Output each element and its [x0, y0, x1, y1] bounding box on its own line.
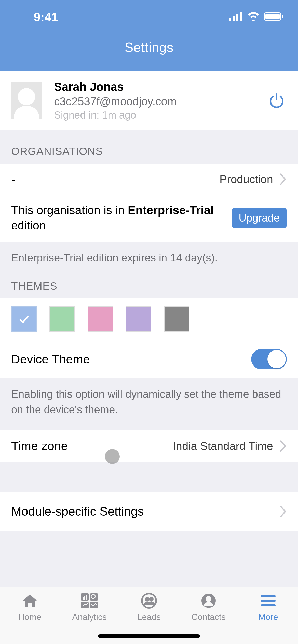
- avatar-placeholder-icon: [11, 82, 42, 119]
- theme-swatch-pink[interactable]: [88, 306, 113, 332]
- status-bar: 9:41: [0, 0, 298, 25]
- leads-icon: [140, 592, 158, 610]
- svg-rect-2: [236, 14, 238, 21]
- device-theme-description: Enabling this option will dynamically se…: [0, 378, 298, 430]
- svg-point-17: [145, 597, 150, 602]
- timezone-value: India Standard Time: [173, 440, 273, 452]
- organisation-env: Production: [220, 173, 273, 186]
- tab-leads-label: Leads: [137, 612, 161, 622]
- svg-point-20: [206, 596, 211, 602]
- cellular-icon: [229, 12, 243, 22]
- contacts-icon: [199, 592, 218, 610]
- svg-point-16: [142, 594, 156, 608]
- tab-home[interactable]: Home: [7, 592, 53, 644]
- battery-icon: [264, 12, 284, 22]
- edition-expiry-note: Enterprise-Trial edition expires in 14 d…: [0, 242, 298, 268]
- home-icon: [21, 592, 39, 610]
- analytics-icon: [80, 592, 99, 610]
- svg-rect-0: [229, 18, 231, 21]
- touch-indicator-icon: [105, 449, 120, 464]
- organisation-name: -: [11, 172, 15, 186]
- section-header-organisations: ORGANISATIONS: [0, 130, 298, 164]
- checkmark-icon: [18, 313, 30, 325]
- theme-swatch-gray[interactable]: [164, 306, 189, 332]
- status-time: 9:41: [14, 10, 58, 24]
- app-header: 9:41 Settings: [0, 0, 298, 71]
- module-settings-label: Module-specific Settings: [11, 504, 144, 518]
- profile-name: Sarah Jonas: [54, 80, 266, 94]
- timezone-row[interactable]: Time zone India Standard Time: [0, 430, 298, 462]
- theme-color-row: [0, 298, 298, 340]
- home-indicator: [98, 634, 200, 638]
- profile-text: Sarah Jonas c3c2537f@moodjoy.com Signed …: [54, 80, 266, 121]
- tab-more-label: More: [258, 612, 278, 622]
- svg-rect-12: [83, 597, 84, 600]
- edition-text: This organisation is in Enterprise-Trial…: [11, 203, 220, 233]
- profile-email: c3c2537f@moodjoy.com: [54, 95, 266, 108]
- tab-contacts-label: Contacts: [192, 612, 226, 622]
- svg-rect-10: [81, 602, 89, 608]
- device-theme-toggle[interactable]: [251, 349, 287, 369]
- tab-more[interactable]: More: [245, 592, 291, 644]
- device-theme-label: Device Theme: [11, 352, 90, 366]
- chevron-right-icon: [280, 440, 287, 452]
- svg-rect-6: [282, 15, 283, 18]
- timezone-label: Time zone: [11, 439, 68, 453]
- svg-point-18: [149, 597, 154, 602]
- tab-analytics-label: Analytics: [72, 612, 107, 622]
- tab-home-label: Home: [18, 612, 42, 622]
- svg-rect-1: [233, 16, 235, 21]
- svg-point-7: [18, 88, 35, 105]
- theme-swatch-purple[interactable]: [126, 306, 151, 332]
- svg-rect-14: [86, 595, 87, 600]
- tab-bar: Home Analytics Leads Contacts More: [0, 587, 298, 644]
- chevron-right-icon: [280, 505, 287, 518]
- power-icon: [268, 92, 285, 109]
- page-title: Settings: [0, 40, 298, 55]
- chevron-right-icon: [280, 173, 287, 185]
- module-settings-row[interactable]: Module-specific Settings: [0, 492, 298, 531]
- theme-swatch-blue[interactable]: [11, 306, 37, 332]
- edition-prefix: This organisation is in: [11, 203, 128, 217]
- upgrade-button[interactable]: Upgrade: [232, 208, 287, 228]
- device-theme-row: Device Theme: [0, 340, 298, 378]
- edition-name: Enterprise-Trial: [128, 203, 214, 217]
- profile-row[interactable]: Sarah Jonas c3c2537f@moodjoy.com Signed …: [0, 71, 298, 130]
- svg-rect-5: [265, 14, 280, 19]
- edition-row: This organisation is in Enterprise-Trial…: [0, 195, 298, 242]
- edition-suffix: edition: [11, 219, 46, 232]
- section-header-themes: THEMES: [0, 268, 298, 298]
- svg-rect-3: [240, 12, 242, 21]
- theme-swatch-green[interactable]: [49, 306, 75, 332]
- wifi-icon: [247, 12, 260, 22]
- hamburger-icon: [259, 592, 277, 610]
- status-icons: [229, 12, 284, 22]
- profile-signed-in: Signed in: 1m ago: [54, 109, 266, 121]
- organisation-row[interactable]: - Production: [0, 164, 298, 195]
- sign-out-button[interactable]: [266, 90, 287, 111]
- svg-rect-13: [84, 596, 85, 600]
